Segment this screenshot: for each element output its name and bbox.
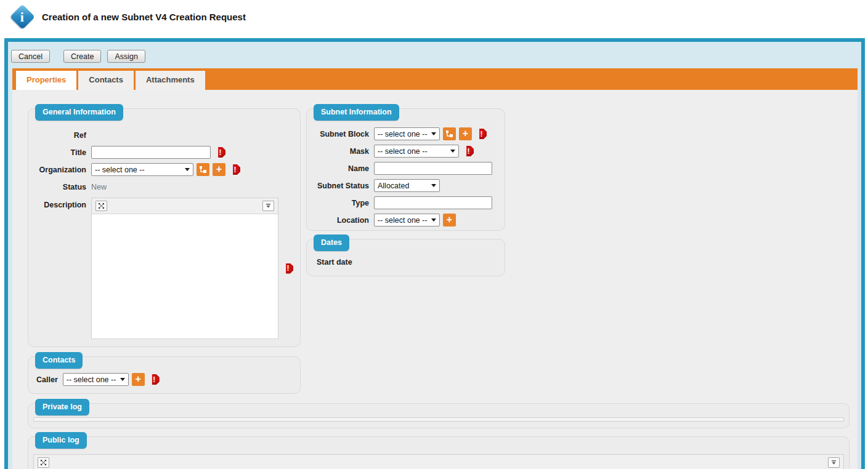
hierarchy-browse-button[interactable] [197, 163, 209, 176]
description-label: Description [33, 201, 86, 209]
maximize-editor-button[interactable] [95, 201, 107, 211]
location-label: Location [312, 216, 369, 225]
plus-icon: + [136, 374, 141, 384]
right-column: Subnet Information Subnet Block -- selec… [306, 108, 505, 276]
name-input[interactable] [374, 162, 492, 175]
description-editor [91, 198, 278, 339]
chevron-down-icon [120, 378, 125, 381]
organization-label: Organization [33, 166, 86, 174]
collapse-toolbar-button[interactable] [262, 201, 274, 211]
subnet-status-select[interactable]: Allocated [374, 179, 440, 192]
action-toolbar: Cancel Create Assign [11, 50, 861, 63]
fieldset-private-log: Private log [28, 403, 850, 428]
fieldset-contacts: Contacts Caller -- select one -- + ! [28, 356, 301, 394]
subnet-status-label: Subnet Status [312, 182, 369, 190]
field-row-caller: Caller -- select one -- + ! [36, 373, 294, 386]
status-label: Status [33, 183, 86, 191]
assign-button[interactable]: Assign [107, 50, 145, 63]
fieldset-title-contacts: Contacts [35, 352, 83, 369]
add-location-button[interactable]: + [443, 214, 456, 226]
required-error-icon: ! [149, 374, 160, 385]
public-log-editor [33, 454, 844, 469]
fieldset-title-public-log: Public log [35, 432, 87, 449]
fieldset-title-dates: Dates [314, 235, 349, 251]
tabs-area: Properties Contacts Attachments General … [12, 68, 858, 469]
subnet-block-select[interactable]: -- select one -- [374, 127, 440, 140]
required-error-icon: ! [476, 129, 487, 139]
tab-contacts[interactable]: Contacts [78, 71, 134, 90]
location-select[interactable]: -- select one -- [374, 214, 440, 226]
required-error-icon: ! [283, 263, 293, 274]
name-label: Name [312, 164, 369, 173]
chevron-down-icon [185, 168, 190, 171]
tab-content-properties: General Information Ref Title ! Organiza… [12, 90, 858, 469]
field-row-subnet-block: Subnet Block -- select one -- [312, 127, 500, 140]
fieldset-general-information: General Information Ref Title ! Organiza… [28, 108, 301, 347]
tab-bar: Properties Contacts Attachments [12, 68, 858, 90]
caller-select[interactable]: -- select one -- [63, 373, 129, 386]
field-row-start-date: Start date [317, 255, 500, 268]
mask-label: Mask [312, 147, 369, 156]
required-error-icon: ! [463, 146, 474, 156]
plus-icon: + [447, 215, 452, 225]
plus-icon: + [463, 129, 468, 138]
description-editor-toolbar [92, 198, 278, 214]
add-caller-button[interactable]: + [132, 373, 145, 386]
title-input[interactable] [91, 146, 211, 159]
page-header: i Creation of a new Subnet V4 Creation R… [0, 0, 868, 33]
plus-icon: + [216, 164, 222, 174]
field-row-description: Description [33, 198, 294, 339]
caller-label: Caller [36, 375, 58, 384]
fieldset-title-subnet-information: Subnet Information [314, 104, 399, 121]
subnet-block-label: Subnet Block [312, 130, 369, 138]
toolbar-collapse-icon [266, 204, 271, 208]
ref-label: Ref [33, 131, 86, 140]
page-title: Creation of a new Subnet V4 Creation Req… [42, 12, 246, 22]
organization-select[interactable]: -- select one -- [91, 163, 193, 176]
field-row-title: Title ! [33, 146, 294, 159]
start-date-label: Start date [317, 258, 352, 267]
field-row-subnet-status: Subnet Status Allocated [312, 179, 500, 192]
required-error-icon: ! [230, 164, 240, 175]
hierarchy-icon [199, 166, 207, 174]
fieldset-dates: Dates Start date [306, 239, 505, 276]
field-row-mask: Mask -- select one -- ! [312, 145, 500, 158]
chevron-down-icon [431, 132, 436, 135]
status-value: New [91, 183, 107, 191]
fieldset-subnet-information: Subnet Information Subnet Block -- selec… [306, 108, 505, 231]
maximize-icon [98, 202, 105, 209]
cancel-button[interactable]: Cancel [11, 50, 50, 63]
mask-select[interactable]: -- select one -- [374, 145, 459, 158]
field-row-location: Location -- select one -- + [312, 214, 500, 226]
add-subnet-block-button[interactable]: + [459, 127, 472, 140]
maximize-editor-button[interactable] [38, 457, 49, 468]
type-input[interactable] [374, 196, 492, 209]
fieldset-public-log: Public log [28, 436, 850, 469]
field-row-type: Type [312, 196, 500, 209]
hierarchy-browse-button[interactable] [443, 127, 456, 140]
hierarchy-icon [445, 130, 453, 138]
description-editor-body[interactable] [92, 214, 278, 339]
fieldset-title-private-log: Private log [35, 399, 89, 415]
create-button[interactable]: Create [63, 50, 102, 63]
field-row-ref: Ref [33, 129, 294, 142]
private-log-input[interactable] [33, 417, 844, 422]
chevron-down-icon [450, 150, 455, 153]
form-container: Cancel Create Assign Properties Contacts… [4, 38, 865, 469]
field-row-name: Name [312, 162, 500, 175]
chevron-down-icon [431, 184, 436, 187]
fieldset-title-general-information: General Information [35, 104, 123, 121]
collapse-toolbar-button[interactable] [828, 457, 840, 468]
tab-properties[interactable]: Properties [16, 71, 76, 90]
left-column: General Information Ref Title ! Organiza… [28, 108, 301, 394]
maximize-icon [40, 459, 47, 466]
public-log-editor-toolbar [34, 455, 843, 469]
add-organization-button[interactable]: + [213, 163, 225, 176]
chevron-down-icon [431, 218, 436, 222]
tab-attachments[interactable]: Attachments [136, 71, 205, 90]
type-label: Type [312, 199, 369, 207]
field-row-status: Status New [33, 180, 294, 193]
info-icon: i [9, 3, 36, 30]
field-row-organization: Organization -- select one -- [33, 163, 294, 176]
toolbar-collapse-icon [831, 460, 837, 465]
